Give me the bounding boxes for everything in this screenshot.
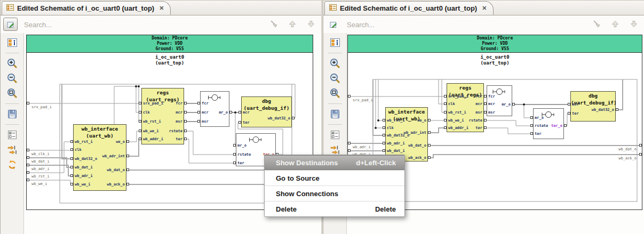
toolbar-zoom-in-button[interactable] <box>5 57 20 70</box>
port-square[interactable] <box>568 112 570 115</box>
port-square[interactable] <box>184 120 187 123</box>
toolbar-save-button[interactable] <box>328 107 343 121</box>
port-square[interactable] <box>233 144 236 147</box>
toolbar-zoom-out-button[interactable] <box>328 71 343 85</box>
toolbar-save-button[interactable] <box>5 107 20 121</box>
toolbar-trace-button[interactable] <box>5 143 20 157</box>
port-square[interactable] <box>70 183 73 185</box>
toolbar-reload-button[interactable] <box>5 158 20 172</box>
port-square[interactable] <box>126 155 129 157</box>
port-square[interactable] <box>484 119 487 122</box>
edge-port-square[interactable] <box>27 179 29 181</box>
search-next-icon[interactable] <box>306 19 316 31</box>
edge-port-square[interactable] <box>639 144 642 147</box>
port-square[interactable] <box>184 111 187 114</box>
port-square[interactable] <box>139 120 141 123</box>
search-options-button[interactable] <box>326 18 340 31</box>
module-block[interactable]: dbg(uart_debug_if) <box>570 91 616 122</box>
module-block[interactable]: regs(uart_regs) <box>141 88 184 144</box>
menu-item-show-connections[interactable]: Show Connections <box>265 185 404 201</box>
edge-port-square[interactable] <box>27 102 29 104</box>
port-square[interactable] <box>238 111 241 114</box>
module-block[interactable]: regs(uart_regs) <box>447 83 484 132</box>
toolbar-overview-button[interactable] <box>328 36 343 50</box>
edge-port-square[interactable] <box>27 149 29 151</box>
edge-port-square[interactable] <box>639 153 642 156</box>
port-square[interactable] <box>184 130 187 132</box>
port-square[interactable] <box>512 103 515 106</box>
tab-close-icon[interactable]: ✕ <box>159 5 164 12</box>
toolbar-overview-button[interactable] <box>5 36 20 50</box>
port-square[interactable] <box>139 130 141 132</box>
editor-tab[interactable]: Edited Schematic of i_oc_uart0 (uart_top… <box>2 1 171 15</box>
toolbar-zoom-in-button[interactable] <box>328 57 343 70</box>
search-next-icon[interactable] <box>629 19 639 31</box>
toolbar-options-button[interactable] <box>5 128 20 142</box>
port-square[interactable] <box>233 162 236 164</box>
port-square[interactable] <box>428 119 431 122</box>
module-block[interactable]: wb_interface(uart_wb) <box>73 124 126 191</box>
port-square[interactable] <box>70 148 73 151</box>
port-square[interactable] <box>444 126 447 129</box>
port-square[interactable] <box>484 95 487 98</box>
menu-item-delete[interactable]: DeleteDelete <box>265 201 404 216</box>
port-square[interactable] <box>530 124 533 127</box>
port-square[interactable] <box>428 144 431 147</box>
port-square[interactable] <box>70 140 73 143</box>
toolbar-zoom-fit-button[interactable] <box>5 86 20 100</box>
toolbar-options-button[interactable] <box>328 128 343 142</box>
port-square[interactable] <box>197 102 200 104</box>
symbol-block[interactable] <box>533 108 564 139</box>
tab-close-icon[interactable]: ✕ <box>482 5 487 12</box>
port-square[interactable] <box>139 102 141 104</box>
port-square[interactable] <box>530 132 533 135</box>
toolbar-zoom-fit-button[interactable] <box>328 86 343 100</box>
port-square[interactable] <box>568 103 570 106</box>
port-square[interactable] <box>292 117 295 119</box>
port-square[interactable] <box>197 111 200 114</box>
port-square[interactable] <box>444 111 447 114</box>
port-square[interactable] <box>126 168 129 171</box>
module-block[interactable]: dbg(uart_debug_if) <box>241 96 292 127</box>
menu-item-show-destinations[interactable]: Show Destinationsd+Left-Click <box>265 155 404 170</box>
port-square[interactable] <box>70 157 73 160</box>
port-square[interactable] <box>564 124 567 127</box>
port-square[interactable] <box>383 142 385 144</box>
port-square[interactable] <box>197 120 200 123</box>
editor-tab[interactable]: Edited Schematic of i_oc_uart0 (uart_top… <box>324 1 494 15</box>
port-square[interactable] <box>428 131 431 134</box>
menu-item-go-to-source[interactable]: Go to Source <box>265 170 404 185</box>
port-square[interactable] <box>383 149 385 152</box>
port-square[interactable] <box>126 183 129 185</box>
search-input[interactable] <box>23 18 255 31</box>
edge-port-square[interactable] <box>27 156 29 159</box>
edge-port-square[interactable] <box>27 164 29 166</box>
toolbar-zoom-out-button[interactable] <box>5 71 20 85</box>
port-square[interactable] <box>616 108 618 111</box>
port-square[interactable] <box>383 126 385 129</box>
port-square[interactable] <box>484 111 487 114</box>
port-square[interactable] <box>184 138 187 140</box>
port-square[interactable] <box>383 119 385 122</box>
edge-port-square[interactable] <box>348 142 351 144</box>
port-square[interactable] <box>444 95 447 98</box>
symbol-block[interactable] <box>487 85 512 116</box>
symbol-block[interactable] <box>200 91 229 127</box>
port-square[interactable] <box>70 166 73 168</box>
search-input[interactable] <box>346 18 578 31</box>
port-square[interactable] <box>444 102 447 105</box>
port-square[interactable] <box>484 126 487 129</box>
port-square[interactable] <box>126 140 129 143</box>
clear-search-icon[interactable] <box>269 19 279 31</box>
port-square[interactable] <box>184 102 187 104</box>
edge-port-square[interactable] <box>348 95 351 98</box>
port-square[interactable] <box>484 102 487 105</box>
edge-port-square[interactable] <box>348 149 351 152</box>
search-options-button[interactable] <box>3 18 18 31</box>
port-square[interactable] <box>70 174 73 177</box>
edge-port-square[interactable] <box>27 171 29 174</box>
port-square[interactable] <box>139 138 141 140</box>
clear-search-icon[interactable] <box>592 19 601 31</box>
port-square[interactable] <box>530 116 533 119</box>
search-prev-icon[interactable] <box>288 19 297 31</box>
